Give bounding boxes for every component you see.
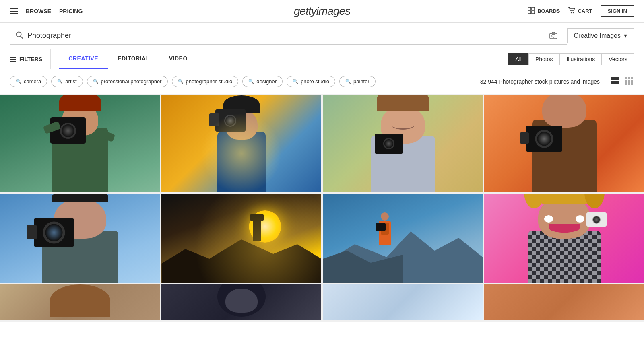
boards-button[interactable]: BOARDS [528, 7, 560, 15]
tag-designer-label: designer [256, 78, 277, 84]
browse-link[interactable]: BROWSE [26, 8, 51, 14]
tag-artist-label: artist [65, 78, 76, 84]
image-cell-8[interactable] [484, 194, 644, 283]
svg-point-9 [552, 34, 555, 37]
svg-rect-1 [532, 7, 535, 10]
cart-button[interactable]: CART [568, 7, 592, 15]
pricing-link[interactable]: PRICING [59, 8, 83, 14]
type-all-button[interactable]: All [508, 53, 528, 65]
header-right: BOARDS CART SIGN IN [528, 5, 634, 17]
menu-icon[interactable] [10, 8, 18, 14]
search-icon [15, 31, 23, 41]
cart-icon [568, 7, 575, 15]
tag-camera[interactable]: 🔍 camera [10, 76, 47, 87]
logo: gettyimages [294, 5, 350, 18]
type-illustrations-button[interactable]: Illustrations [559, 53, 602, 65]
tag-search-icon: 🔍 [293, 79, 298, 84]
type-photos-button[interactable]: Photos [528, 53, 560, 65]
tab-video[interactable]: VIDEO [159, 49, 197, 69]
svg-rect-15 [628, 77, 630, 79]
tab-editorial[interactable]: EDITORIAL [108, 49, 159, 69]
chevron-down-icon: ▾ [624, 32, 627, 39]
tab-creative[interactable]: CREATIVE [59, 49, 108, 69]
sign-in-button[interactable]: SIGN IN [601, 5, 634, 17]
search-input[interactable] [27, 31, 545, 40]
svg-rect-12 [611, 81, 615, 84]
search-type-button[interactable]: Creative Images ▾ [567, 28, 635, 43]
tags-section: 🔍 camera 🔍 artist 🔍 professional photogr… [0, 69, 644, 94]
svg-rect-3 [532, 11, 535, 14]
camera-search-button[interactable] [545, 31, 562, 41]
tag-camera-label: camera [24, 78, 41, 84]
svg-rect-14 [625, 77, 627, 79]
tag-photo-studio[interactable]: 🔍 photo studio [287, 76, 335, 87]
svg-rect-17 [625, 80, 627, 82]
search-bar-section: Creative Images ▾ [0, 23, 644, 49]
svg-rect-11 [615, 77, 619, 80]
svg-rect-13 [615, 81, 619, 84]
svg-rect-21 [628, 82, 630, 84]
image-cell-11[interactable] [323, 284, 483, 320]
image-cell-5[interactable] [0, 194, 160, 283]
content-type-tabs: CREATIVE EDITORIAL VIDEO [59, 49, 508, 69]
image-cell-12[interactable] [484, 284, 644, 320]
tag-painter[interactable]: 🔍 painter [339, 76, 376, 87]
image-cell-1[interactable] [0, 95, 160, 192]
image-cell-4[interactable] [484, 95, 644, 192]
svg-rect-22 [631, 82, 633, 84]
filters-label: FILTERS [19, 56, 42, 62]
image-cell-3[interactable] [323, 95, 483, 192]
svg-rect-20 [625, 82, 627, 84]
svg-rect-16 [631, 77, 633, 79]
header: BROWSE PRICING gettyimages BOARDS CART S… [0, 0, 644, 23]
tag-designer[interactable]: 🔍 designer [242, 76, 283, 87]
tag-search-icon: 🔍 [93, 79, 99, 84]
compact-view-button[interactable] [623, 75, 634, 88]
tag-search-icon: 🔍 [178, 79, 184, 84]
image-cell-7[interactable] [323, 194, 483, 283]
tag-professional-photographer[interactable]: 🔍 professional photographer [87, 76, 168, 87]
image-cell-9[interactable] [0, 284, 160, 320]
svg-rect-2 [528, 11, 531, 14]
tag-artist[interactable]: 🔍 artist [51, 76, 83, 87]
tag-photographer-studio-label: photographer studio [186, 78, 233, 84]
tag-photo-studio-label: photo studio [301, 78, 329, 84]
tag-painter-label: painter [353, 78, 369, 84]
cart-label: CART [578, 8, 592, 14]
svg-rect-10 [611, 77, 615, 80]
svg-line-7 [21, 36, 23, 39]
type-vectors-button[interactable]: Vectors [602, 53, 634, 65]
tag-search-icon: 🔍 [248, 79, 254, 84]
search-input-wrapper [10, 27, 567, 45]
tag-search-icon: 🔍 [16, 79, 21, 84]
search-type-label: Creative Images [574, 32, 621, 39]
image-cell-2[interactable] [161, 95, 321, 192]
header-left: BROWSE PRICING [10, 8, 83, 14]
boards-icon [528, 7, 535, 15]
filter-tabs-bar: FILTERS CREATIVE EDITORIAL VIDEO All Pho… [0, 49, 644, 69]
svg-rect-0 [528, 7, 531, 10]
image-cell-10[interactable] [161, 284, 321, 320]
media-type-filter: All Photos Illustrations Vectors [508, 53, 634, 65]
tag-photographer-studio[interactable]: 🔍 photographer studio [172, 76, 239, 87]
image-cell-6[interactable] [161, 194, 321, 283]
tag-search-icon: 🔍 [57, 79, 63, 84]
svg-rect-18 [628, 80, 630, 82]
view-toggle [609, 75, 634, 88]
filter-icon [10, 57, 16, 62]
filters-button[interactable]: FILTERS [10, 49, 51, 69]
svg-point-4 [571, 12, 572, 13]
image-grid [0, 94, 644, 322]
boards-label: BOARDS [537, 8, 560, 14]
grid-view-button[interactable] [609, 75, 621, 88]
svg-rect-19 [631, 80, 633, 82]
tag-professional-photographer-label: professional photographer [101, 78, 162, 84]
results-count: 32,944 Photographer stock pictures and i… [480, 78, 600, 85]
tag-search-icon: 🔍 [345, 79, 351, 84]
header-nav: BROWSE PRICING [26, 8, 83, 14]
svg-point-5 [573, 12, 574, 13]
